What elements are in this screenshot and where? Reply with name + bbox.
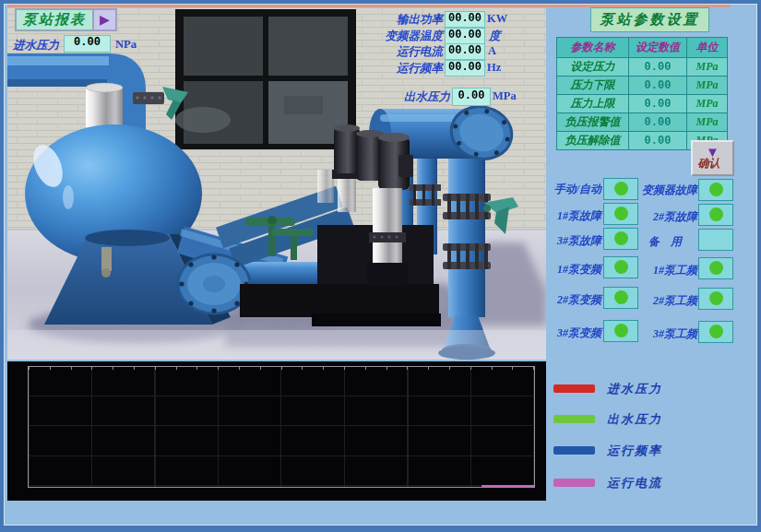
run-current-trace (482, 485, 534, 487)
green-light (709, 183, 723, 196)
param-row: 负压报警值 0.00 MPa (557, 113, 728, 132)
readout-value: 00.00 (445, 60, 485, 77)
legend-swatch-run-frequency (553, 446, 595, 455)
readout-label: 输出功率 (351, 12, 443, 28)
window (175, 9, 356, 149)
col-header: 参数名称 (557, 38, 629, 58)
top-strip (7, 1, 731, 7)
indicator-label: 备 用 (633, 234, 697, 250)
param-name: 压力上限 (557, 95, 629, 113)
readout-value: 00.00 (445, 43, 485, 60)
param-unit: MPa (687, 58, 728, 77)
param-value[interactable]: 0.00 (629, 132, 687, 150)
indicator-label: 1#泵故障 (522, 208, 601, 224)
status-light-pump2-mains (698, 288, 733, 310)
params-table: 参数名称 设定数值 单位 设定压力 0.00 MPa 压力下限 0.00 MPa… (556, 37, 728, 150)
legend-label: 运行电流 (607, 475, 662, 491)
col-header: 设定数值 (629, 38, 687, 58)
legend-label: 运行频率 (607, 443, 662, 459)
indicator-label: 手动/自动 (522, 182, 601, 197)
legend-swatch-outlet-pressure (553, 415, 595, 423)
param-unit: MPa (687, 113, 728, 132)
report-button[interactable]: 泵站报表 ▶ (15, 8, 117, 31)
hmi-screen: 泵站报表 ▶ 进水压力 0.00 NPa 输出功率 00.00 KW 变频器温度… (0, 0, 761, 532)
param-value[interactable]: 0.00 (629, 77, 687, 95)
green-light (709, 261, 723, 275)
green-light (709, 207, 723, 221)
readout-value: 00.00 (445, 11, 485, 28)
readout-label: 变频器温度 (351, 29, 443, 44)
report-button-label: 泵站报表 (15, 8, 94, 31)
legend-swatch-run-current (553, 479, 595, 487)
readout-label: 运行电流 (351, 44, 443, 60)
trend-chart (7, 361, 546, 501)
confirm-button[interactable]: ▼ 确认 (691, 140, 734, 176)
param-row: 压力上限 0.00 MPa (557, 95, 728, 113)
param-name: 压力下限 (557, 77, 629, 95)
green-light (614, 260, 628, 274)
param-name: 负压解除值 (557, 132, 629, 150)
readout-unit: KW (487, 12, 507, 26)
param-row: 设定压力 0.00 MPa (557, 58, 728, 77)
indicator-label: 变频器故障 (633, 183, 697, 198)
readout-value: 00.00 (445, 28, 485, 44)
inlet-pressure-label: 进水压力 (13, 38, 59, 53)
green-light (709, 291, 723, 305)
outlet-pressure-label: 出水压力 (358, 89, 450, 105)
inlet-pressure-unit: NPa (115, 38, 137, 52)
indicator-label: 2#泵变频 (522, 292, 601, 308)
indicator-label: 1#泵变频 (522, 262, 601, 278)
legend-label: 进水压力 (607, 381, 662, 397)
outlet-pressure-unit: MPa (493, 89, 517, 103)
col-header: 单位 (687, 38, 728, 58)
readout-unit: A (488, 44, 496, 58)
indicator-label: 1#泵工频 (633, 263, 697, 278)
status-light-pump2-fault (698, 204, 733, 226)
green-light (614, 324, 628, 337)
trend-plot-area (28, 366, 535, 488)
param-unit: MPa (687, 95, 728, 113)
outlet-pressure-value: 0.00 (452, 88, 491, 106)
green-light (709, 325, 723, 338)
indicator-label: 3#泵故障 (522, 233, 601, 249)
legend-label: 出水压力 (607, 411, 662, 428)
green-light (614, 182, 628, 195)
green-light (614, 207, 628, 220)
green-light (614, 231, 628, 245)
readout-label: 运行频率 (351, 61, 443, 77)
flange-disc (178, 254, 250, 313)
params-panel-title: 泵站参数设置 (590, 7, 709, 32)
inlet-pressure-value: 0.00 (64, 35, 111, 53)
confirm-button-label: 确认 (698, 158, 720, 170)
params-table-header-row: 参数名称 设定数值 单位 (557, 38, 728, 58)
param-unit: MPa (687, 77, 728, 95)
readout-unit: Hz (487, 61, 501, 75)
param-name: 负压报警值 (557, 113, 629, 132)
readout-unit: 度 (489, 29, 501, 44)
plot-tick-marks (29, 367, 534, 370)
status-light-pump1-mains (698, 257, 733, 279)
status-light-pump3-mains (698, 321, 733, 343)
indicator-label: 3#泵工频 (633, 326, 697, 342)
param-name: 设定压力 (557, 58, 629, 77)
param-value[interactable]: 0.00 (629, 95, 687, 113)
param-value[interactable]: 0.00 (629, 58, 687, 77)
param-row: 压力下限 0.00 MPa (557, 77, 728, 95)
play-icon: ▶ (94, 8, 117, 31)
indicator-label: 3#泵变频 (522, 325, 601, 341)
status-light-vfd-fault (698, 179, 733, 201)
status-light-spare (698, 229, 733, 251)
green-light (614, 290, 628, 304)
param-value[interactable]: 0.00 (629, 113, 687, 132)
legend-swatch-inlet-pressure (553, 384, 595, 393)
indicator-label: 2#泵故障 (633, 209, 697, 225)
indicator-label: 2#泵工频 (633, 293, 697, 309)
